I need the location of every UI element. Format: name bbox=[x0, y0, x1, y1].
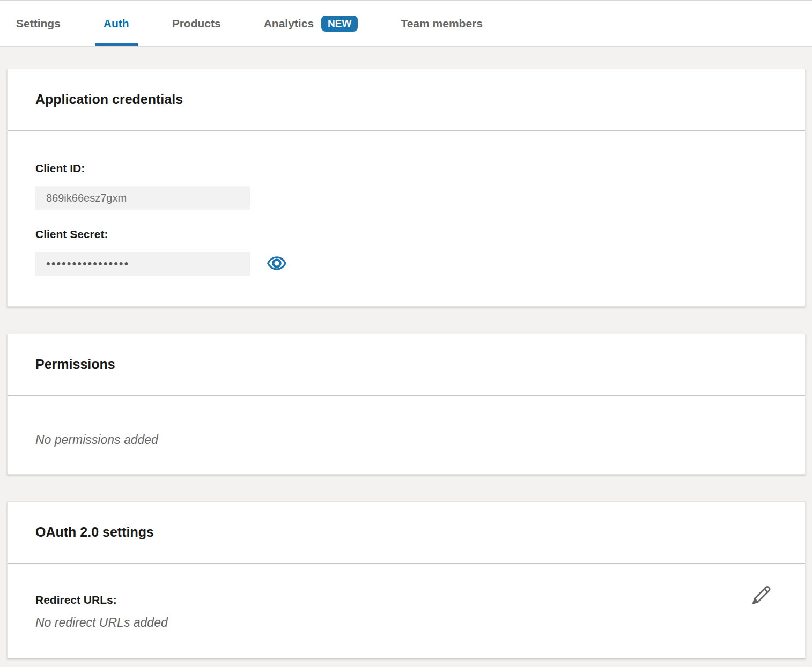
edit-redirect-urls-button[interactable] bbox=[748, 582, 774, 610]
application-credentials-header: Application credentials bbox=[8, 69, 805, 131]
reveal-secret-button[interactable] bbox=[267, 255, 286, 273]
permissions-title: Permissions bbox=[35, 357, 777, 372]
pencil-icon bbox=[749, 601, 773, 609]
main-content: Application credentials Client ID: Clien… bbox=[0, 47, 812, 658]
client-secret-label: Client Secret: bbox=[35, 228, 777, 241]
permissions-card: Permissions No permissions added bbox=[7, 334, 806, 475]
redirect-urls-empty-text: No redirect URLs added bbox=[35, 616, 777, 630]
tab-products[interactable]: Products bbox=[164, 1, 230, 46]
oauth-settings-card: OAuth 2.0 settings Redirect URLs: No red… bbox=[7, 501, 806, 658]
eye-icon bbox=[267, 255, 286, 273]
application-credentials-card: Application credentials Client ID: Clien… bbox=[7, 69, 806, 307]
tab-team-members[interactable]: Team members bbox=[392, 1, 491, 46]
app-tabbar: Settings Auth Products Analytics NEW Tea… bbox=[0, 0, 812, 47]
tab-analytics-label: Analytics bbox=[264, 17, 314, 30]
client-secret-field[interactable] bbox=[35, 252, 250, 276]
tab-analytics[interactable]: Analytics NEW bbox=[255, 1, 367, 46]
oauth-settings-title: OAuth 2.0 settings bbox=[35, 524, 777, 540]
new-badge: NEW bbox=[321, 16, 358, 32]
application-credentials-title: Application credentials bbox=[35, 92, 777, 107]
oauth-settings-header: OAuth 2.0 settings bbox=[8, 502, 805, 564]
permissions-body: No permissions added bbox=[8, 396, 805, 474]
oauth-settings-body: Redirect URLs: No redirect URLs added bbox=[8, 564, 805, 658]
application-credentials-body: Client ID: Client Secret: bbox=[8, 131, 805, 306]
permissions-empty-text: No permissions added bbox=[35, 433, 777, 447]
tab-team-members-label: Team members bbox=[401, 17, 483, 30]
client-id-field[interactable] bbox=[35, 186, 250, 210]
tab-products-label: Products bbox=[172, 17, 221, 30]
client-id-label: Client ID: bbox=[35, 162, 777, 175]
tab-settings-label: Settings bbox=[16, 17, 61, 30]
redirect-urls-label: Redirect URLs: bbox=[35, 594, 777, 606]
tab-settings[interactable]: Settings bbox=[8, 1, 69, 46]
permissions-header: Permissions bbox=[8, 334, 805, 396]
tab-auth-label: Auth bbox=[104, 17, 129, 30]
tab-auth[interactable]: Auth bbox=[95, 1, 138, 46]
client-secret-row bbox=[35, 252, 777, 276]
